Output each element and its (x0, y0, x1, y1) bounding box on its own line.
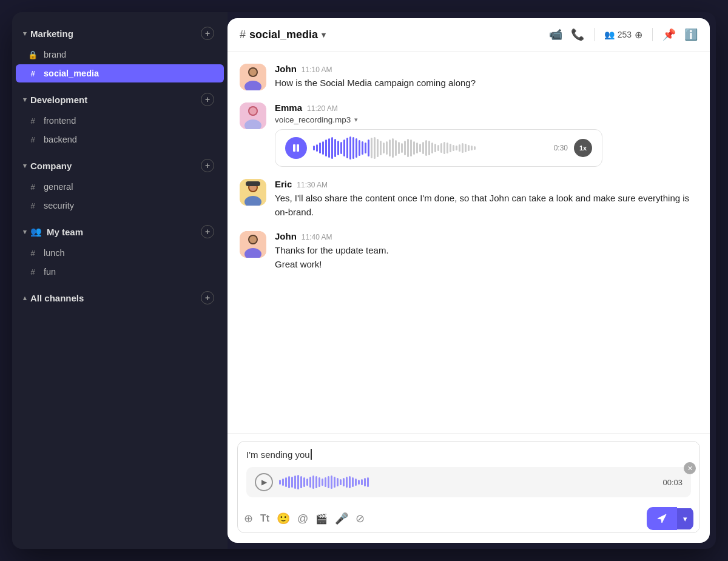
sidebar-item-general[interactable]: # general (16, 178, 224, 196)
audio-player: 0:30 1x (275, 129, 602, 167)
sidebar-group-development[interactable]: ▾ Development + (16, 88, 224, 111)
message-text: Yes, I'll also share the content once I'… (275, 192, 698, 219)
add-development-button[interactable]: + (201, 93, 214, 106)
toolbar-row: ⊕ Tt 🙂 @ 🎬 🎤 ⊘ ▾ (238, 503, 699, 532)
svg-rect-8 (293, 144, 295, 152)
text-cursor (311, 449, 312, 460)
hash-symbol: # (240, 29, 246, 41)
sidebar-section-marketing: ▾ Marketing + 🔒 brand # social_media (12, 19, 228, 86)
sidebar-group-marketing[interactable]: ▾ Marketing + (16, 22, 224, 45)
sidebar-group-all-channels-label: All channels (30, 293, 84, 303)
hash-icon: # (28, 69, 38, 78)
input-text: I'm sending you (246, 449, 310, 460)
video-icon[interactable]: 📹 (549, 28, 562, 41)
sidebar-item-social-media[interactable]: # social_media (16, 64, 224, 82)
pause-button[interactable] (285, 137, 307, 159)
phone-icon[interactable]: 📞 (571, 28, 584, 41)
toolbar-left: ⊕ Tt 🙂 @ 🎬 🎤 ⊘ (244, 512, 365, 525)
chevron-up-icon: ▴ (23, 294, 27, 302)
sidebar-item-frontend-label: frontend (44, 116, 76, 126)
sidebar-item-backend-label: backend (44, 135, 77, 144)
info-icon[interactable]: ℹ️ (684, 28, 698, 41)
add-member-icon[interactable]: ⊕ (635, 29, 642, 41)
chat-header-left: # social_media ▾ (240, 29, 326, 41)
hash-icon: # (28, 116, 38, 126)
avatar (240, 102, 266, 129)
sidebar-item-fun[interactable]: # fun (16, 263, 224, 281)
sidebar-item-security[interactable]: # security (16, 197, 224, 215)
sidebar-item-general-label: general (44, 182, 73, 192)
chevron-icon: ▾ (23, 30, 27, 38)
send-button[interactable] (647, 507, 677, 530)
message-content: Eric 11:30 AM Yes, I'll also share the c… (275, 179, 698, 219)
sidebar-group-marketing-label: Marketing (30, 29, 73, 39)
input-box: I'm sending you ✕ ▶ 00:03 ⊕ Tt 🙂 (237, 441, 700, 533)
lock-icon: 🔒 (28, 50, 38, 59)
message-content: John 11:10 AM How is the Social Media ca… (275, 64, 698, 90)
sidebar-item-lunch-label: lunch (44, 248, 65, 258)
speed-badge[interactable]: 1x (574, 139, 592, 157)
mention-icon[interactable]: @ (297, 512, 308, 525)
sidebar-section-all-channels: ▴ All channels + (12, 284, 228, 312)
table-row: Emma 11:20 AM voice_recording.mp3 ▾ (240, 102, 698, 167)
add-channel-button[interactable]: + (201, 291, 214, 304)
message-time: 11:10 AM (302, 66, 332, 74)
sidebar-group-development-label: Development (30, 95, 87, 105)
message-header: John 11:40 AM (275, 231, 698, 241)
chevron-icon: ▾ (23, 96, 27, 104)
sidebar-item-frontend[interactable]: # frontend (16, 112, 224, 130)
recording-play-button[interactable]: ▶ (255, 473, 273, 491)
audio-filename[interactable]: voice_recording.mp3 ▾ (275, 115, 698, 124)
svg-point-18 (249, 236, 257, 243)
plus-icon[interactable]: ⊕ (244, 512, 253, 525)
audio-waveform (313, 137, 548, 159)
microphone-icon[interactable]: 🎤 (335, 512, 348, 525)
sidebar-group-company-label: Company (30, 161, 72, 171)
sidebar-group-company[interactable]: ▾ Company + (16, 154, 224, 177)
add-company-button[interactable]: + (201, 159, 214, 172)
add-team-button[interactable]: + (201, 225, 214, 238)
pin-icon[interactable]: 📌 (662, 28, 676, 41)
hash-icon: # (28, 201, 38, 210)
sidebar-item-backend[interactable]: # backend (16, 130, 224, 149)
hash-icon: # (28, 135, 38, 144)
hash-icon: # (28, 249, 38, 258)
text-input[interactable]: I'm sending you (238, 442, 699, 465)
avatar (240, 231, 266, 258)
sidebar-group-my-team[interactable]: ▾ 👥 My team + (16, 220, 224, 243)
text-format-icon[interactable]: Tt (260, 513, 269, 524)
send-dropdown-button[interactable]: ▾ (677, 508, 693, 529)
message-time: 11:40 AM (302, 233, 332, 241)
message-text: Thanks for the update team. Great work! (275, 244, 698, 271)
sidebar: ▾ Marketing + 🔒 brand # social_media ▾ D… (12, 12, 228, 549)
message-author: Emma (275, 102, 302, 113)
table-row: John 11:10 AM How is the Social Media ca… (240, 64, 698, 90)
sidebar-section-my-team: ▾ 👥 My team + # lunch # fun (12, 218, 228, 284)
channel-name: social_media (249, 29, 318, 41)
sidebar-item-brand[interactable]: 🔒 brand (16, 45, 224, 64)
app-container: ▾ Marketing + 🔒 brand # social_media ▾ D… (12, 12, 716, 549)
gif-icon[interactable]: 🎬 (315, 513, 328, 525)
send-button-group: ▾ (647, 507, 693, 530)
svg-rect-14 (246, 181, 260, 186)
member-count[interactable]: 👥 253 ⊕ (604, 29, 642, 41)
svg-rect-9 (297, 144, 299, 152)
sidebar-item-lunch[interactable]: # lunch (16, 244, 224, 262)
team-emoji-icon: 👥 (30, 226, 42, 237)
sidebar-group-my-team-label: My team (47, 227, 83, 237)
header-divider (594, 28, 595, 41)
expand-icon[interactable]: ⊘ (356, 512, 365, 525)
message-author: John (275, 64, 297, 74)
add-marketing-button[interactable]: + (201, 27, 214, 40)
chat-area: # social_media ▾ 📹 📞 👥 253 ⊕ 📌 ℹ️ (228, 18, 710, 543)
message-content: Emma 11:20 AM voice_recording.mp3 ▾ (275, 102, 698, 167)
sidebar-group-all-channels[interactable]: ▴ All channels + (16, 286, 224, 309)
emoji-icon[interactable]: 🙂 (277, 512, 290, 525)
avatar (240, 179, 266, 206)
hash-icon: # (28, 267, 38, 277)
channel-dropdown-icon[interactable]: ▾ (322, 30, 326, 39)
sidebar-item-social-media-label: social_media (44, 69, 99, 78)
recording-waveform (279, 474, 656, 491)
message-header: Eric 11:30 AM (275, 179, 698, 189)
recording-close-button[interactable]: ✕ (684, 462, 696, 474)
